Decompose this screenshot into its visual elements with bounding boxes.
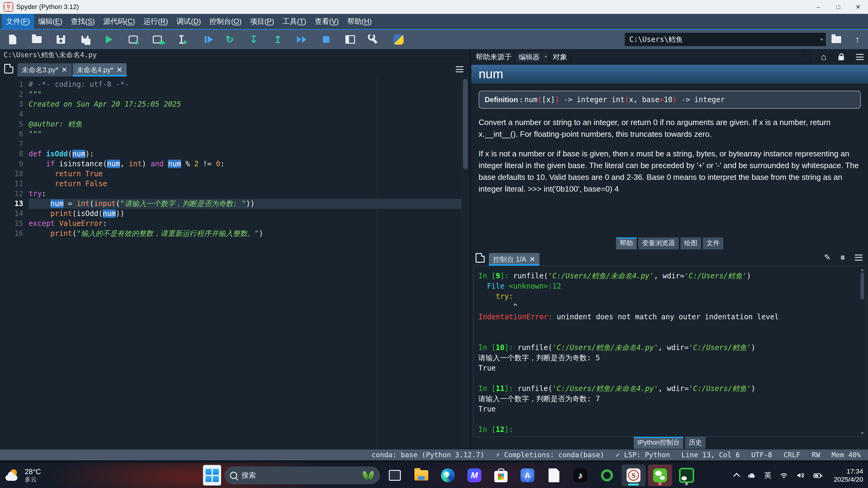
taskbar-tiktok-button[interactable]: [568, 464, 592, 486]
run-button[interactable]: [101, 32, 118, 47]
search-box[interactable]: 搜索: [225, 466, 380, 484]
menu-item-5[interactable]: 调试(D): [172, 14, 205, 29]
run-cell-advance-button[interactable]: [149, 32, 166, 47]
step-out-button[interactable]: ↥: [270, 32, 286, 47]
console-scrollbar[interactable]: ▲ ▼: [859, 266, 866, 436]
tools-button[interactable]: [366, 32, 383, 47]
run-current-line-button[interactable]: ↻: [221, 32, 238, 47]
close-button[interactable]: ✕: [848, 0, 868, 14]
scrollbar-handle[interactable]: [861, 272, 864, 299]
editor-options-icon[interactable]: [456, 66, 464, 72]
console-token: <unknown>:12: [509, 282, 561, 290]
console-tab[interactable]: 控制台 1/A ✕: [489, 253, 539, 266]
menu-item-1[interactable]: 编辑(E): [34, 14, 67, 29]
menu-item-10[interactable]: 帮助(H): [343, 14, 376, 29]
code-line: return False: [29, 179, 461, 189]
taskbar-spyder-button[interactable]: [621, 464, 646, 486]
tray-expand-icon[interactable]: [733, 473, 740, 480]
open-file-button[interactable]: [28, 32, 45, 47]
editor-body[interactable]: 12345678910111213141516 # -*- coding: ut…: [0, 76, 469, 450]
taskbar-task-view-button[interactable]: [383, 464, 407, 486]
run-selection-button[interactable]: [173, 32, 190, 47]
start-button[interactable]: [203, 464, 222, 486]
volume-icon[interactable]: [796, 471, 805, 479]
console-options-icon[interactable]: [855, 255, 863, 261]
working-directory-combobox[interactable]: C:\Users\鳕鱼: [625, 33, 826, 46]
taskbar-center: 搜索: [203, 463, 699, 488]
taskbar-clock[interactable]: 17:34 2025/4/20: [834, 463, 863, 488]
help-tab-1[interactable]: 变量浏览器: [638, 237, 679, 250]
scroll-down-icon[interactable]: ▼: [861, 431, 864, 435]
browse-directory-button[interactable]: [826, 36, 847, 43]
weather-widget[interactable]: 28°C 多云: [5, 463, 41, 488]
close-icon[interactable]: ✕: [116, 66, 122, 73]
run-cell-button[interactable]: [125, 32, 142, 47]
taskbar-wechat-button[interactable]: [648, 464, 672, 486]
interrupt-icon[interactable]: [841, 255, 844, 260]
run-cell-advance-icon: [153, 36, 162, 43]
menu-item-8[interactable]: 工具(T): [278, 14, 310, 29]
help-tab-0[interactable]: 帮助: [616, 237, 637, 250]
debug-file-button[interactable]: [197, 32, 214, 47]
taskbar-anaconda-button[interactable]: [595, 464, 619, 486]
help-source-combobox[interactable]: 编辑器: [516, 51, 549, 63]
help-options-icon[interactable]: [856, 54, 864, 60]
maximize-button[interactable]: □: [828, 0, 848, 14]
minimize-button[interactable]: –: [808, 0, 828, 14]
editor-tab-1[interactable]: 未命名4.py*✕: [73, 63, 127, 76]
editor-tab-0[interactable]: 未命名3.py*✕: [18, 63, 72, 76]
taskbar-meeting-button[interactable]: [675, 464, 699, 486]
home-icon[interactable]: ⌂: [821, 52, 827, 62]
menu-item-3[interactable]: 源代码(C): [99, 14, 139, 29]
menu-item-2[interactable]: 查找(S): [67, 14, 99, 29]
taskbar-file-explorer-button[interactable]: [409, 464, 433, 486]
menu-item-6[interactable]: 控制台(O): [205, 14, 246, 29]
continue-execution-button[interactable]: [293, 32, 310, 47]
wifi-icon[interactable]: [779, 471, 788, 479]
close-icon[interactable]: ✕: [61, 66, 67, 73]
chevron-down-icon[interactable]: [817, 33, 826, 46]
taskbar-a-app-button[interactable]: [516, 464, 539, 486]
help-tab-2[interactable]: 绘图: [681, 237, 701, 250]
code-token: (: [90, 199, 94, 208]
battery-icon[interactable]: [813, 471, 823, 479]
vertical-splitter[interactable]: [469, 49, 471, 450]
taskbar-m-app-button[interactable]: [462, 464, 487, 486]
console-switcher-icon[interactable]: [475, 253, 485, 263]
menu-item-7[interactable]: 项目(P): [246, 14, 278, 29]
save-all-button[interactable]: [76, 32, 93, 47]
taskbar-edge-button[interactable]: [436, 464, 460, 486]
save-button[interactable]: [53, 32, 69, 47]
taskbar-document-button[interactable]: [542, 464, 566, 486]
lock-icon[interactable]: [838, 56, 844, 60]
python-env-button[interactable]: [390, 32, 407, 47]
help-paragraph: Convert a number or string to an integer…: [478, 117, 861, 140]
new-file-button[interactable]: [4, 32, 21, 47]
pen-icon[interactable]: ✎: [824, 253, 831, 262]
console-body[interactable]: In [9]: runfile('C:/Users/鳕鱼/未命名4.py', w…: [473, 266, 866, 437]
cloud-icon[interactable]: [747, 472, 756, 479]
menu-item-4[interactable]: 运行(R): [139, 14, 172, 29]
parent-directory-button[interactable]: ↑: [847, 34, 868, 45]
scroll-up-icon[interactable]: ▲: [861, 267, 864, 272]
file-switcher-icon[interactable]: [4, 64, 13, 73]
definition-token: -> integer int: [559, 96, 625, 104]
stop-button[interactable]: [318, 32, 335, 47]
ime-indicator[interactable]: 英: [764, 470, 772, 480]
help-tab-3[interactable]: 文件: [703, 237, 723, 250]
step-into-button[interactable]: ↧: [245, 32, 262, 47]
line-number: 13: [0, 199, 29, 209]
taskbar-ms-store-button[interactable]: [489, 464, 513, 486]
code-area[interactable]: # -*- coding: utf-8 -*-"""Created on Sun…: [29, 76, 461, 450]
editor-scrollbar[interactable]: [461, 76, 469, 450]
code-token: "输入的不是有效的整数，请重新运行程序并输入整数。": [76, 229, 259, 238]
maximize-pane-button[interactable]: [342, 32, 359, 47]
console-bottom-tab-0[interactable]: IPython控制台: [634, 437, 684, 449]
menu-item-9[interactable]: 查看(V): [310, 14, 343, 29]
console-bottom-tab-1[interactable]: 历史: [685, 437, 706, 449]
close-icon[interactable]: ✕: [529, 256, 535, 263]
console-pane: 控制台 1/A ✕ ✎ In [9]: runfile('C:/Users/鳕鱼…: [471, 249, 868, 450]
code-token: 0: [216, 160, 220, 168]
help-object-input[interactable]: [571, 51, 810, 63]
menu-item-0[interactable]: 文件(F): [2, 14, 34, 29]
